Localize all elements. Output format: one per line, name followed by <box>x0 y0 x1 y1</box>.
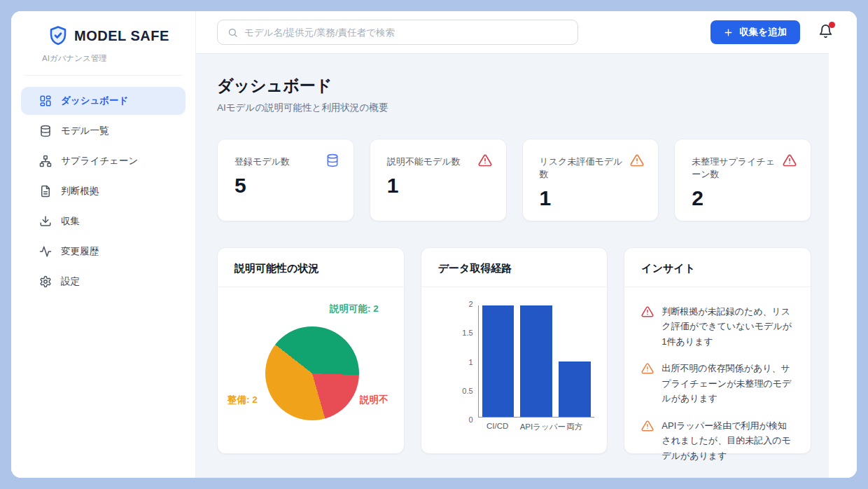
dashboard-content: ダッシュボード AIモデルの説明可能性と利用状況の概要 登録モデル数 5 説明不… <box>196 53 829 478</box>
notification-bell[interactable] <box>818 24 833 41</box>
sidebar-item-rationale[interactable]: 判断根拠 <box>21 177 186 205</box>
search-input[interactable] <box>244 27 568 38</box>
y-axis-ticks: 21.510.50 <box>441 300 473 424</box>
stat-card-risk-unassessed-models: リスク未評価モデル数 1 <box>522 139 659 221</box>
warning-icon <box>630 153 644 167</box>
insight-text: 出所不明の依存関係があり、サプライチェーンが未整理のモデルがあります <box>662 361 795 406</box>
app-subtitle: AIガバナンス管理 <box>42 53 183 64</box>
gear-icon <box>39 275 52 288</box>
stat-label: リスク未評価モデル数 <box>540 153 631 181</box>
warning-icon <box>641 362 654 375</box>
sidebar-item-label: 収集 <box>61 215 80 228</box>
search-icon <box>227 27 238 38</box>
warning-icon <box>641 420 654 432</box>
app-logo: MODEL SAFE <box>48 25 183 46</box>
sidebar-item-dashboard[interactable]: ダッシュボード <box>21 87 186 115</box>
card-title: 説明可能性の状況 <box>234 262 318 274</box>
sidebar-item-settings[interactable]: 設定 <box>21 268 186 296</box>
pie-label-organized: 整備: 2 <box>227 394 258 406</box>
app-window: MODEL SAFE AIガバナンス管理 ダッシュボード モデル一覧 サプライチ… <box>11 11 857 478</box>
sidebar-header: MODEL SAFE AIガバナンス管理 <box>24 11 183 76</box>
sidebar-item-collection[interactable]: 収集 <box>21 207 186 235</box>
stat-value: 5 <box>234 174 340 198</box>
database-icon <box>39 125 52 137</box>
sidebar-item-label: 設定 <box>61 275 80 288</box>
database-icon <box>326 153 340 167</box>
x-axis-labels: CI/CDAPIラッパー両方 <box>478 422 594 432</box>
charts-row: 説明可能性の状況 説明可能: 2 説明不 整備: 2 データ取得経路 <box>217 247 811 454</box>
stat-label: 未整理サプライチェーン数 <box>692 153 783 181</box>
sidebar: MODEL SAFE AIガバナンス管理 ダッシュボード モデル一覧 サプライチ… <box>11 11 196 478</box>
card-title: データ取得経路 <box>438 262 512 274</box>
plus-icon <box>724 28 733 37</box>
insight-text: APIラッパー経由で利用が検知されましたが、目的未記入のモデルがあります <box>662 418 795 463</box>
y-tick-label: 2 <box>469 300 473 308</box>
add-collection-label: 収集を追加 <box>739 26 787 39</box>
page-subtitle: AIモデルの説明可能性と利用状況の概要 <box>217 102 811 114</box>
sidebar-item-label: ダッシュボード <box>61 95 128 107</box>
download-icon <box>39 215 52 228</box>
y-tick-label: 1 <box>469 358 473 366</box>
insight-item: 出所不明の依存関係があり、サプライチェーンが未整理のモデルがあります <box>641 361 795 406</box>
x-category-label: APIラッパー <box>520 422 552 432</box>
x-category-label: CI/CD <box>482 422 514 432</box>
document-icon <box>39 185 52 198</box>
top-bar: 収集を追加 <box>196 11 857 53</box>
explainability-pie-card: 説明可能性の状況 説明可能: 2 説明不 整備: 2 <box>217 247 405 454</box>
stat-label: 登録モデル数 <box>234 153 290 168</box>
add-collection-button[interactable]: 収集を追加 <box>710 20 800 44</box>
stat-value: 1 <box>540 186 645 210</box>
desktop-background: MODEL SAFE AIガバナンス管理 ダッシュボード モデル一覧 サプライチ… <box>0 0 868 489</box>
sidebar-item-supply-chain[interactable]: サプライチェーン <box>21 147 186 175</box>
page-title: ダッシュボード <box>217 75 811 97</box>
sidebar-item-label: モデル一覧 <box>61 125 108 137</box>
warning-icon <box>783 153 797 167</box>
stat-label: 説明不能モデル数 <box>387 153 461 168</box>
stat-card-unexplainable-models: 説明不能モデル数 1 <box>370 139 507 221</box>
bar <box>559 361 591 418</box>
sidebar-item-label: 判断根拠 <box>61 185 99 198</box>
stat-value: 2 <box>692 186 797 210</box>
sidebar-item-label: 変更履歴 <box>61 245 99 258</box>
sidebar-nav: ダッシュボード モデル一覧 サプライチェーン 判断根拠 収集 <box>11 76 195 296</box>
y-tick-label: 1.5 <box>462 329 472 337</box>
stat-value: 1 <box>387 174 492 198</box>
insight-item: APIラッパー経由で利用が検知されましたが、目的未記入のモデルがあります <box>641 418 795 463</box>
stat-card-unorganized-supply-chains: 未整理サプライチェーン数 2 <box>674 139 811 221</box>
topbar-actions: 収集を追加 <box>710 20 839 44</box>
y-tick-label: 0 <box>469 415 473 424</box>
bar <box>482 305 514 417</box>
insight-item: 判断根拠が未記録のため、リスク評価ができていないモデルが1件あります <box>641 304 795 349</box>
sidebar-item-models[interactable]: モデル一覧 <box>21 117 186 145</box>
insight-text: 判断根拠が未記録のため、リスク評価ができていないモデルが1件あります <box>662 304 795 349</box>
data-acquisition-bar-card: データ取得経路 21.510.50 CI/CDAPIラッパー両方 <box>421 247 608 454</box>
activity-icon <box>39 245 52 258</box>
main-column: 収集を追加 ダッシュボード AIモデルの説明可能性と利用状況の概要 登録モデル数 <box>196 11 857 478</box>
y-tick-label: 0.5 <box>462 387 472 395</box>
sidebar-item-label: サプライチェーン <box>61 155 138 167</box>
dashboard-icon <box>39 95 52 107</box>
insights-card: インサイト 判断根拠が未記録のため、リスク評価ができていないモデルが1件あります… <box>624 247 811 454</box>
warning-icon <box>641 305 654 318</box>
pie-label-unexplainable: 説明不 <box>360 394 388 406</box>
notification-dot <box>829 22 835 28</box>
stat-card-registered-models: 登録モデル数 5 <box>217 139 354 221</box>
stats-row: 登録モデル数 5 説明不能モデル数 1 リス <box>217 139 811 221</box>
pie-graphic <box>265 326 359 420</box>
bar <box>520 305 552 417</box>
plot-area <box>478 305 594 418</box>
shield-check-icon <box>48 25 69 46</box>
insight-list: 判断根拠が未記録のため、リスク評価ができていないモデルが1件あります 出所不明の… <box>624 287 811 475</box>
search-box <box>217 20 578 45</box>
warning-icon <box>478 153 492 167</box>
sidebar-item-change-history[interactable]: 変更履歴 <box>21 237 186 266</box>
x-category-label: 両方 <box>559 422 591 432</box>
pie-chart: 説明可能: 2 説明不 整備: 2 <box>218 287 404 453</box>
app-title: MODEL SAFE <box>74 28 169 44</box>
network-icon <box>39 155 52 167</box>
bar-chart: 21.510.50 CI/CDAPIラッパー両方 <box>421 287 608 453</box>
pie-label-explainable: 説明可能: 2 <box>330 303 379 315</box>
card-title: インサイト <box>641 262 695 274</box>
